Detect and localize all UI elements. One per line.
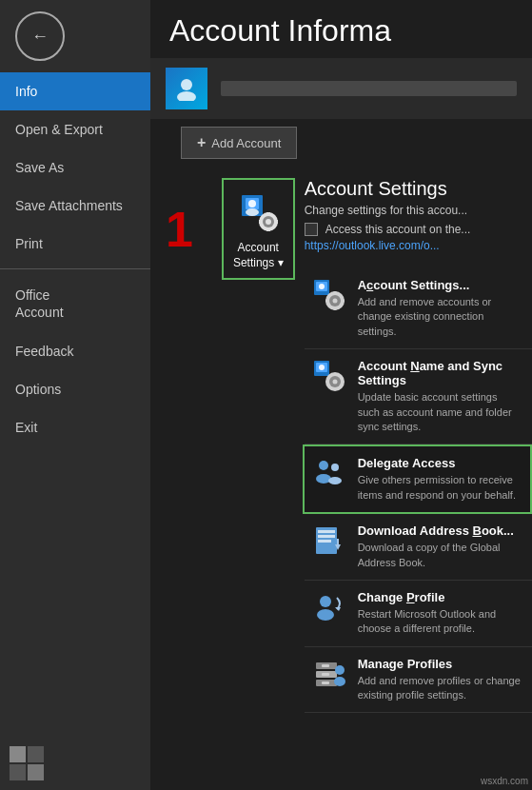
sidebar-item-print[interactable]: Print (0, 225, 150, 263)
menu-item-delegate-access-title: Delegate Access (358, 456, 519, 470)
svg-point-9 (246, 208, 259, 216)
svg-point-44 (317, 609, 334, 621)
sidebar-item-info[interactable]: Info (0, 72, 150, 110)
account-settings-card-icon (236, 191, 280, 235)
menu-item-manage-profiles-icon (312, 657, 346, 691)
sidebar: ← Info Open & Export Save As Save Attach… (0, 0, 150, 790)
svg-rect-15 (259, 220, 263, 224)
sidebar-item-options[interactable]: Options (0, 370, 150, 408)
step2-badge: 2 (295, 455, 296, 504)
svg-rect-49 (322, 664, 329, 667)
svg-rect-3 (28, 764, 44, 780)
acc-settings-checkbox-label: Access this account on the... (325, 223, 471, 236)
sidebar-divider (0, 268, 150, 269)
acc-settings-header: Account Settings Change settings for thi… (305, 178, 532, 261)
menu-item-account-name-sync[interactable]: Account Name and Sync Settings Update ba… (305, 349, 532, 444)
svg-rect-50 (322, 673, 329, 676)
right-panel: Account Settings Change settings for thi… (295, 178, 532, 790)
avatar (166, 68, 207, 109)
account-name-sync-icon (312, 359, 346, 393)
page-title: Account Informa (169, 13, 513, 49)
plus-icon: + (197, 134, 206, 151)
svg-rect-25 (325, 300, 328, 303)
sidebar-item-feedback[interactable]: Feedback (0, 332, 150, 370)
sidebar-item-save-as[interactable]: Save As (0, 148, 150, 187)
sidebar-item-save-attachments[interactable]: Save Attachments (0, 187, 150, 225)
menu-item-account-name-sync-title: Account Name and Sync Settings (358, 359, 521, 387)
svg-point-43 (320, 596, 331, 607)
acc-settings-checkbox-row: Access this account on the... (305, 223, 532, 236)
menu-item-change-profile-icon (312, 590, 346, 624)
menu-item-change-profile-title: Change Profile (358, 590, 521, 604)
add-account-area: + Add Account (150, 127, 532, 178)
menu-item-account-settings-icon (312, 278, 346, 312)
avatar-icon (174, 76, 199, 101)
svg-rect-51 (322, 681, 329, 684)
svg-point-36 (328, 477, 342, 484)
watermark: wsxdn.com (481, 776, 528, 786)
menu-item-account-settings-dots[interactable]: Account Settings... Add and remove accou… (305, 268, 532, 349)
sidebar-item-office-account[interactable]: OfficeAccount (0, 275, 150, 332)
acc-settings-checkbox[interactable] (305, 223, 318, 236)
menu-item-account-settings-dots-desc: Add and remove accounts or change existi… (358, 295, 521, 339)
menu-item-account-name-sync-text: Account Name and Sync Settings Update ba… (358, 359, 521, 434)
svg-rect-40 (318, 540, 331, 543)
svg-point-33 (319, 461, 328, 470)
menu-item-change-profile-text: Change Profile Restart Microsoft Outlook… (358, 590, 521, 637)
main-content: Account Informa + Add Account 1 (150, 0, 532, 790)
svg-point-12 (266, 219, 271, 225)
delegate-access-row: 2 De (305, 444, 532, 514)
svg-rect-2 (10, 764, 26, 780)
account-settings-dots-icon (312, 278, 346, 312)
acc-settings-title: Account Settings (305, 178, 532, 200)
svg-rect-42 (337, 539, 339, 546)
menu-item-download-address-book-desc: Download a copy of the Global Address Bo… (358, 541, 521, 570)
back-button[interactable]: ← (15, 11, 65, 61)
add-account-label: Add Account (211, 136, 281, 150)
back-arrow-icon: ← (31, 27, 49, 47)
sidebar-item-exit[interactable]: Exit (0, 408, 150, 446)
svg-rect-26 (342, 300, 345, 303)
add-account-button[interactable]: + Add Account (181, 127, 297, 159)
manage-profiles-icon (312, 657, 346, 691)
content-area: 1 (150, 178, 532, 790)
menu-item-manage-profiles-desc: Add and remove profiles or change existi… (358, 674, 521, 703)
svg-rect-1 (28, 746, 44, 762)
menu-item-delegate-access-desc: Give others permission to receive items … (358, 473, 519, 503)
svg-rect-38 (318, 530, 335, 533)
svg-rect-14 (266, 227, 270, 231)
menu-item-download-address-book-text: Download Address Book... Download a copy… (358, 523, 521, 570)
menu-item-account-settings-dots-text: Account Settings... Add and remove accou… (358, 278, 521, 339)
change-profile-icon (312, 590, 346, 624)
svg-point-4 (181, 79, 192, 90)
svg-marker-45 (335, 607, 341, 611)
menu-item-manage-profiles-text: Manage Profiles Add and remove profiles … (358, 657, 521, 703)
svg-rect-13 (266, 212, 270, 216)
svg-point-35 (331, 464, 339, 471)
menu-item-delegate-access[interactable]: Delegate Access Give others permission t… (303, 444, 532, 514)
svg-rect-16 (274, 220, 278, 224)
svg-rect-23 (333, 291, 336, 294)
menu-item-manage-profiles[interactable]: Manage Profiles Add and remove profiles … (305, 647, 532, 714)
svg-rect-39 (318, 535, 335, 538)
acc-settings-link[interactable]: https://outlook.live.com/o... (305, 239, 440, 252)
svg-point-19 (319, 284, 325, 289)
account-settings-card-label: AccountSettings ▾ (233, 241, 284, 270)
svg-point-29 (319, 365, 325, 370)
menu-item-download-address-book[interactable]: Download Address Book... Download a copy… (305, 514, 532, 581)
app-logo-icon (10, 746, 44, 780)
svg-point-52 (335, 665, 345, 675)
menu-item-download-address-book-icon (312, 523, 346, 558)
menu-item-change-profile-desc: Restart Microsoft Outlook and choose a d… (358, 607, 521, 637)
sidebar-item-open-export[interactable]: Open & Export (0, 110, 150, 148)
menu-item-manage-profiles-title: Manage Profiles (358, 657, 521, 671)
acc-settings-desc: Change settings for this accou... (305, 204, 532, 217)
menu-list: Account Settings... Add and remove accou… (305, 268, 532, 713)
svg-rect-0 (10, 746, 26, 762)
account-banner (150, 58, 532, 119)
menu-item-delegate-access-text: Delegate Access Give others permission t… (358, 456, 519, 503)
delegate-access-icon (312, 456, 346, 490)
menu-item-change-profile[interactable]: Change Profile Restart Microsoft Outlook… (305, 581, 532, 647)
account-settings-card[interactable]: AccountSettings ▾ (222, 178, 295, 280)
main-header: Account Informa (150, 0, 532, 58)
